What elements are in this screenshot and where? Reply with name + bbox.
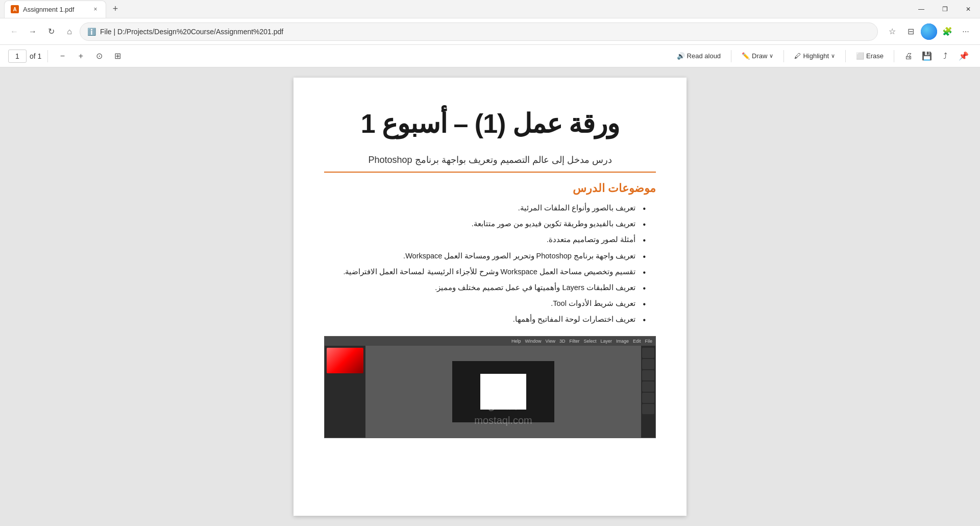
erase-button[interactable]: ⬜ Erase — [852, 48, 888, 64]
ps-tool-5 — [642, 393, 654, 403]
pdf-toolbar: of 1 − + ⊙ ⊞ 🔊 Read aloud ✏️ Draw ∨ 🖊 Hi… — [0, 45, 980, 67]
ps-tool-3 — [642, 370, 654, 380]
zoom-out-button[interactable]: − — [54, 48, 70, 64]
pin-button[interactable]: 📌 — [955, 48, 972, 64]
ps-color-picker — [327, 348, 363, 373]
list-item: تعريف شريط الأدوات Tool. — [324, 298, 646, 309]
tab-container: A Assignment 1.pdf × + — [0, 0, 122, 18]
draw-icon: ✏️ — [742, 52, 750, 60]
ps-right-panel — [325, 346, 365, 438]
ps-body: مستقل mostaql.com — [325, 346, 655, 438]
forward-button[interactable]: → — [24, 23, 41, 40]
section-title: موضوعات الدرس — [324, 182, 656, 195]
watermark-arabic: مستقل — [474, 399, 532, 413]
draw-label: Draw — [752, 52, 767, 60]
title-bar: A Assignment 1.pdf × + — ❐ ✕ — [0, 0, 980, 18]
draw-chevron-icon: ∨ — [769, 53, 773, 59]
extensions-button[interactable]: 🧩 — [939, 23, 955, 40]
list-item: أمثلة لصور وتصاميم متعددة. — [324, 234, 646, 246]
draw-button[interactable]: ✏️ Draw ∨ — [738, 48, 777, 64]
main-content: ورقة عمل (1) – أسبوع 1 درس مدخل إلى عالم… — [0, 67, 980, 526]
profile-button[interactable] — [921, 23, 937, 40]
favorites-star-button[interactable]: ☆ — [884, 23, 900, 40]
page-number-area: of 1 — [8, 50, 41, 63]
url-security-icon: ℹ️ — [87, 28, 96, 36]
highlight-label: Highlight — [803, 52, 829, 60]
more-options-button[interactable]: ··· — [958, 23, 974, 40]
list-item: تعريف واجهة برنامج Photoshop وتحرير الصو… — [324, 250, 646, 262]
pdf-subtitle: درس مدخل إلى عالم التصميم وتعريف بواجهة … — [324, 154, 656, 165]
pdf-page: ورقة عمل (1) – أسبوع 1 درس مدخل إلى عالم… — [293, 78, 687, 516]
page-total: of 1 — [30, 52, 41, 60]
home-button[interactable]: ⌂ — [61, 23, 78, 40]
toolbar-divider-3 — [783, 50, 784, 62]
address-bar: ← → ↻ ⌂ ℹ️ File | D:/Projects/Design%20C… — [0, 18, 980, 45]
window-controls: — ❐ ✕ — [910, 0, 980, 18]
ps-tool-4 — [642, 381, 654, 392]
toolbar-divider-2 — [731, 50, 731, 62]
ps-tool-1 — [642, 348, 654, 358]
list-item: تعريف بالفيديو وطريقة تكوين فيديو من صور… — [324, 218, 646, 230]
toolbar-divider-4 — [845, 50, 846, 62]
ps-canvas-area: مستقل mostaql.com — [365, 346, 641, 438]
ps-mock-ui: File Edit Image Layer Select Filter 3D V… — [325, 337, 655, 438]
page-number-input[interactable] — [8, 50, 27, 63]
close-button[interactable]: ✕ — [957, 0, 980, 18]
highlight-button[interactable]: 🖊 Highlight ∨ — [790, 48, 839, 64]
profile-avatar — [921, 23, 937, 40]
zoom-in-button[interactable]: + — [72, 48, 89, 64]
list-item: تقسيم وتخصيص مساحة العمل Workspace وشرح … — [324, 266, 646, 278]
ps-menubar: File Edit Image Layer Select Filter 3D V… — [325, 337, 655, 346]
url-text: File | D:/Projects/Design%20Course/Assig… — [100, 28, 283, 36]
highlight-icon: 🖊 — [794, 52, 801, 60]
ps-tool-2 — [642, 359, 654, 369]
new-tab-button[interactable]: + — [108, 2, 122, 16]
erase-icon: ⬜ — [856, 52, 864, 60]
share-button[interactable]: ⤴ — [937, 48, 953, 64]
highlight-chevron-icon: ∨ — [831, 53, 835, 59]
tab-title: Assignment 1.pdf — [23, 6, 74, 13]
tab-favicon: A — [11, 5, 19, 13]
read-aloud-label: Read aloud — [687, 52, 721, 60]
tab-close-button[interactable]: × — [91, 5, 100, 13]
orange-divider — [324, 172, 656, 173]
list-item: تعريف بالصور وأنواع الملفات المرئية. — [324, 202, 646, 214]
watermark-latin: mostaql.com — [474, 413, 532, 427]
minimize-button[interactable]: — — [910, 0, 933, 18]
save-button[interactable]: 💾 — [919, 48, 935, 64]
page-view-button[interactable]: ⊞ — [109, 48, 126, 64]
erase-label: Erase — [866, 52, 884, 60]
read-aloud-button[interactable]: 🔊 Read aloud — [673, 48, 725, 64]
pdf-title: ورقة عمل (1) – أسبوع 1 — [324, 108, 656, 139]
photoshop-screenshot: File Edit Image Layer Select Filter 3D V… — [324, 336, 656, 438]
print-button[interactable]: 🖨 — [900, 48, 917, 64]
ps-left-panel — [641, 346, 655, 438]
maximize-button[interactable]: ❐ — [933, 0, 957, 18]
active-tab[interactable]: A Assignment 1.pdf × — [4, 1, 106, 18]
fit-page-button[interactable]: ⊙ — [91, 48, 107, 64]
address-actions: ☆ ⊟ 🧩 ··· — [884, 23, 974, 40]
refresh-button[interactable]: ↻ — [43, 23, 59, 40]
topics-list: تعريف بالصور وأنواع الملفات المرئية.تعري… — [324, 202, 646, 326]
watermark: مستقل mostaql.com — [474, 399, 532, 427]
toolbar-divider-5 — [894, 50, 894, 62]
ps-tool-6 — [642, 404, 654, 414]
collections-button[interactable]: ⊟ — [902, 23, 919, 40]
back-button[interactable]: ← — [6, 23, 22, 40]
list-item: تعريف اختصارات لوحة المفاتيح وأهمها. — [324, 314, 646, 325]
read-aloud-icon: 🔊 — [677, 52, 685, 60]
list-item: تعريف الطبقات Layers وأهميتها في عمل تصم… — [324, 282, 646, 294]
toolbar-divider-1 — [47, 50, 48, 62]
url-bar[interactable]: ℹ️ File | D:/Projects/Design%20Course/As… — [80, 22, 878, 41]
